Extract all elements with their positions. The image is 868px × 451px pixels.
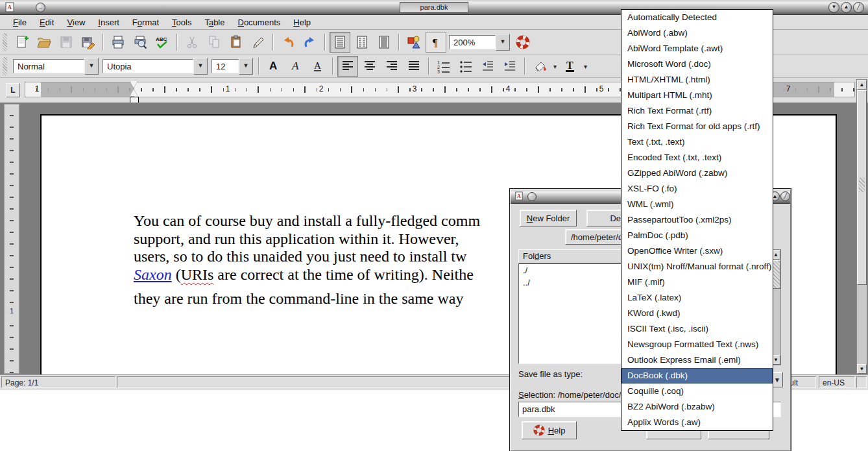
help-button[interactable]: [512, 32, 533, 53]
bulleted-list-button[interactable]: [455, 56, 476, 77]
format-option[interactable]: OpenOffice Writer (.sxw): [621, 243, 773, 259]
window-menu-button[interactable]: –: [36, 3, 45, 12]
format-option[interactable]: MIF (.mif): [621, 274, 773, 290]
cut-button[interactable]: [182, 32, 202, 53]
menu-item-edit[interactable]: Edit: [33, 16, 60, 29]
close-button[interactable]: ╱: [853, 2, 864, 13]
format-option[interactable]: DocBook (.dbk): [621, 368, 773, 384]
chevron-down-icon[interactable]: ▾: [584, 63, 587, 70]
scroll-down-icon[interactable]: ▼: [857, 364, 867, 374]
chevron-down-icon[interactable]: ▼: [193, 58, 208, 75]
insert-shapes-button[interactable]: [404, 32, 424, 53]
format-option[interactable]: Text (.txt, .text): [621, 134, 773, 150]
indent-marker[interactable]: [129, 81, 138, 97]
format-option[interactable]: Automatically Detected: [621, 10, 773, 25]
toolbar-grip[interactable]: [3, 57, 7, 75]
view-three-columns-button[interactable]: [374, 32, 394, 53]
decrease-indent-button[interactable]: [477, 56, 498, 77]
chevron-down-icon[interactable]: ▼: [84, 58, 99, 75]
tab-stop-selector[interactable]: L: [6, 83, 20, 97]
status-page-indicator[interactable]: Page: 1/1: [1, 376, 115, 388]
save-button[interactable]: [56, 32, 77, 53]
increase-indent-button[interactable]: [500, 56, 520, 77]
format-option[interactable]: Rich Text Format for old apps (.rtf): [621, 119, 773, 134]
format-option[interactable]: Applix Words (.aw): [621, 415, 773, 430]
maximize-button[interactable]: ▲: [841, 2, 852, 13]
format-option[interactable]: Coquille (.coq): [621, 384, 773, 399]
zoom-combo-value[interactable]: 200%: [449, 35, 496, 49]
format-option[interactable]: Newsgroup Formatted Text (.nws): [621, 337, 773, 352]
print-button[interactable]: [108, 32, 128, 53]
font-combo[interactable]: Utopia ▼: [102, 58, 208, 75]
vertical-ruler[interactable]: 1: [4, 104, 19, 374]
format-option[interactable]: BZ2 AbiWord (.bzabw): [621, 399, 773, 415]
menu-item-format[interactable]: Format: [126, 16, 165, 29]
align-justify-button[interactable]: [404, 56, 424, 77]
format-option[interactable]: KWord (.kwd): [621, 306, 773, 321]
format-option[interactable]: Multipart HTML (.mht): [621, 88, 773, 103]
view-two-columns-button[interactable]: [352, 32, 372, 53]
format-option[interactable]: Rich Text Format (.rtf): [621, 103, 773, 119]
menu-item-help[interactable]: Help: [287, 16, 317, 29]
help-button[interactable]: Help: [522, 421, 577, 439]
paste-button[interactable]: [226, 32, 247, 53]
scroll-up-icon[interactable]: ▲: [857, 80, 867, 90]
folders-pane-header[interactable]: Folders: [518, 249, 633, 263]
open-folder-button[interactable]: [34, 32, 54, 53]
zoom-combo[interactable]: 200%▼: [449, 34, 510, 51]
menu-item-documents[interactable]: Documents: [232, 16, 287, 29]
undo-button[interactable]: [278, 32, 298, 53]
hyperlink-text[interactable]: Saxon: [134, 266, 172, 283]
format-option[interactable]: WML (.wml): [621, 197, 773, 212]
chevron-down-icon[interactable]: ▼: [496, 34, 510, 51]
print-preview-button[interactable]: [130, 32, 151, 53]
format-option[interactable]: HTML/XHTML (.html): [621, 72, 773, 88]
view-normal-button[interactable]: [330, 32, 350, 53]
italic-button[interactable]: A: [285, 56, 306, 77]
toolbar-grip[interactable]: [3, 33, 7, 51]
numbered-list-button[interactable]: 123: [433, 56, 454, 77]
folder-list-item[interactable]: ./: [519, 264, 633, 276]
style-combo-value[interactable]: Normal: [13, 59, 84, 73]
vertical-scrollbar[interactable]: ▲ ▼: [856, 79, 867, 374]
align-left-button[interactable]: [337, 56, 358, 77]
menu-item-insert[interactable]: Insert: [91, 16, 126, 29]
font-combo-value[interactable]: Utopia: [102, 59, 193, 73]
menu-item-file[interactable]: File: [6, 16, 33, 29]
size-combo-value[interactable]: 12: [211, 59, 239, 73]
format-option[interactable]: PalmDoc (.pdb): [621, 228, 773, 243]
new-document-button[interactable]: [12, 32, 32, 53]
highlight-color-button[interactable]: [529, 56, 550, 77]
save-as-button[interactable]: [78, 32, 99, 53]
scrollbar-thumb[interactable]: [857, 90, 867, 285]
status-language-indicator[interactable]: en-US: [819, 376, 855, 388]
chevron-down-icon[interactable]: ▾: [553, 63, 557, 70]
stylus-button[interactable]: [248, 32, 269, 53]
minimize-button[interactable]: ▼: [828, 2, 839, 13]
size-combo[interactable]: 12 ▼: [211, 58, 253, 75]
show-formatting-marks-button[interactable]: ¶: [426, 32, 446, 53]
copy-button[interactable]: [204, 32, 224, 53]
format-option[interactable]: GZipped AbiWord (.zabw): [621, 165, 773, 181]
menu-item-tools[interactable]: Tools: [165, 16, 198, 29]
align-right-button[interactable]: [381, 56, 402, 77]
format-option[interactable]: Outlook Express Email (.eml): [621, 352, 773, 368]
dialog-window-menu-button[interactable]: –: [527, 192, 536, 201]
format-option[interactable]: Microsoft Word (.doc): [621, 56, 773, 72]
format-option[interactable]: Encoded Text (.txt, .text): [621, 150, 773, 165]
dialog-close-button[interactable]: ╱: [780, 191, 790, 201]
chevron-down-icon[interactable]: ▼: [239, 58, 253, 75]
bold-button[interactable]: A: [263, 56, 284, 77]
redo-button[interactable]: [300, 32, 320, 53]
format-option[interactable]: AbiWord (.abw): [621, 25, 773, 41]
format-option[interactable]: PassepartoutToo (.xml2ps): [621, 212, 773, 228]
spellcheck-button[interactable]: ABC: [152, 32, 173, 53]
format-option[interactable]: AbiWord Template (.awt): [621, 41, 773, 56]
style-combo[interactable]: Normal ▼: [13, 58, 99, 75]
menu-item-view[interactable]: View: [60, 16, 91, 29]
format-option[interactable]: ISCII Text (.isc, .iscii): [621, 321, 773, 337]
format-option[interactable]: UNIX(tm) Nroff/Manual format (.nroff): [621, 259, 773, 274]
menu-item-table[interactable]: Table: [198, 16, 231, 29]
format-option[interactable]: XSL-FO (.fo): [621, 181, 773, 197]
format-option[interactable]: LaTeX (.latex): [621, 290, 773, 306]
